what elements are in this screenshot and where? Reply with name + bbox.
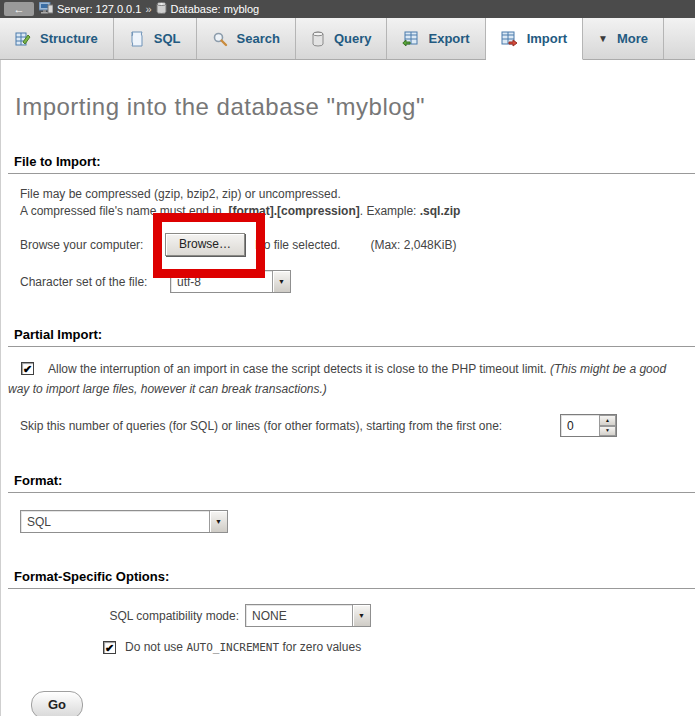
file-upload-row: Browse your computer: Browse… No file se…: [8, 233, 695, 256]
allow-interruption-checkbox[interactable]: ✔: [21, 362, 34, 375]
auto-increment-row: ✔ Do not use AUTO_INCREMENT for zero val…: [103, 640, 695, 654]
section-legend: File to Import:: [8, 152, 695, 174]
hint-line-2: A compressed file's name must end in .[f…: [20, 203, 695, 220]
browse-button[interactable]: Browse…: [165, 233, 245, 256]
sql-compatibility-select[interactable]: NONE ▼: [245, 604, 371, 627]
tab-label: Import: [527, 31, 567, 46]
tab-label: Structure: [40, 31, 98, 46]
auto-increment-checkbox[interactable]: ✔: [103, 641, 116, 654]
charset-select[interactable]: utf-8 ▼: [170, 270, 291, 293]
chevron-down-icon: ▼: [209, 511, 227, 532]
tab-label: Search: [237, 31, 280, 46]
tab-search[interactable]: Search: [197, 18, 296, 59]
back-arrow-button[interactable]: ←: [4, 2, 34, 16]
charset-label: Character set of the file:: [20, 275, 170, 289]
export-icon: [402, 31, 419, 47]
breadcrumb-database-link[interactable]: Database: myblog: [171, 3, 260, 15]
database-icon: [156, 2, 167, 16]
section-legend: Format:: [8, 471, 695, 493]
structure-icon: [15, 31, 31, 47]
page-content: Importing into the database "myblog" Fil…: [0, 60, 695, 716]
charset-selected-value: utf-8: [171, 271, 272, 292]
tab-label: Export: [428, 31, 469, 46]
format-selected-value: SQL: [21, 511, 209, 532]
format-pattern: .[format].[compression]: [225, 204, 360, 218]
hint-line-1: File may be compressed (gzip, bzip2, zip…: [20, 186, 695, 203]
server-icon: [39, 2, 53, 16]
section-format: Format: SQL ▼: [8, 471, 695, 533]
tab-query[interactable]: Query: [296, 18, 388, 59]
tab-import[interactable]: Import: [486, 18, 583, 60]
browse-label: Browse your computer:: [20, 238, 165, 252]
compression-hint: File may be compressed (gzip, bzip2, zip…: [8, 186, 695, 220]
skip-queries-stepper[interactable]: 0 ▲ ▼: [560, 414, 617, 437]
sql-compatibility-value: NONE: [246, 605, 352, 626]
example-filename: .sql.zip: [420, 204, 461, 218]
breadcrumb-server-link[interactable]: Server: 127.0.0.1: [57, 3, 141, 15]
tab-bar: Structure SQL Search Query Export Import…: [0, 18, 695, 60]
format-select[interactable]: SQL ▼: [20, 510, 228, 533]
charset-row: Character set of the file: utf-8 ▼: [8, 270, 695, 293]
tab-label: SQL: [154, 31, 181, 46]
allow-interruption-label: Allow the interruption of an import in c…: [48, 362, 550, 376]
search-icon: [212, 31, 228, 47]
format-row: SQL ▼: [8, 510, 695, 533]
skip-queries-value: 0: [561, 415, 599, 436]
allow-interruption-row: ✔Allow the interruption of an import in …: [8, 359, 695, 399]
breadcrumb-separator: »: [145, 3, 151, 15]
tab-structure[interactable]: Structure: [0, 18, 114, 59]
sql-compatibility-row: SQL compatibility mode: NONE ▼: [8, 604, 695, 627]
query-icon: [311, 31, 325, 47]
section-legend: Partial Import:: [8, 325, 695, 347]
auto-increment-code: AUTO_INCREMENT: [186, 641, 279, 654]
skip-queries-label: Skip this number of queries (for SQL) or…: [20, 419, 560, 433]
chevron-down-icon: ▼: [272, 271, 290, 292]
stepper-down-icon[interactable]: ▼: [599, 426, 616, 437]
no-file-selected-text: No file selected.: [255, 238, 340, 252]
tab-label: Query: [334, 31, 372, 46]
breadcrumb: Server: 127.0.0.1 » Database: myblog: [39, 2, 259, 16]
section-legend: Format-Specific Options:: [8, 567, 695, 589]
chevron-down-icon: ▼: [598, 33, 608, 44]
skip-queries-row: Skip this number of queries (for SQL) or…: [8, 414, 695, 437]
back-arrow-icon: ←: [14, 4, 25, 15]
chevron-down-icon: ▼: [352, 605, 370, 626]
section-file-to-import: File to Import: File may be compressed (…: [8, 152, 695, 293]
auto-increment-label: Do not use AUTO_INCREMENT for zero value…: [125, 640, 361, 654]
tab-label: More: [617, 31, 648, 46]
max-size-text: (Max: 2,048KiB): [370, 238, 456, 252]
import-icon: [501, 31, 518, 47]
section-format-specific-options: Format-Specific Options: SQL compatibili…: [8, 567, 695, 654]
tab-more[interactable]: ▼ More: [583, 18, 664, 59]
section-partial-import: Partial Import: ✔Allow the interruption …: [8, 325, 695, 437]
stepper-up-icon[interactable]: ▲: [599, 415, 616, 426]
page-title: Importing into the database "myblog": [15, 93, 695, 121]
sql-compatibility-label: SQL compatibility mode:: [20, 609, 245, 623]
sql-icon: [129, 31, 145, 47]
breadcrumb-bar: ← Server: 127.0.0.1 » Database: myblog: [0, 0, 695, 18]
go-button[interactable]: Go: [31, 691, 83, 716]
tab-export[interactable]: Export: [387, 18, 485, 59]
tab-sql[interactable]: SQL: [114, 18, 197, 59]
